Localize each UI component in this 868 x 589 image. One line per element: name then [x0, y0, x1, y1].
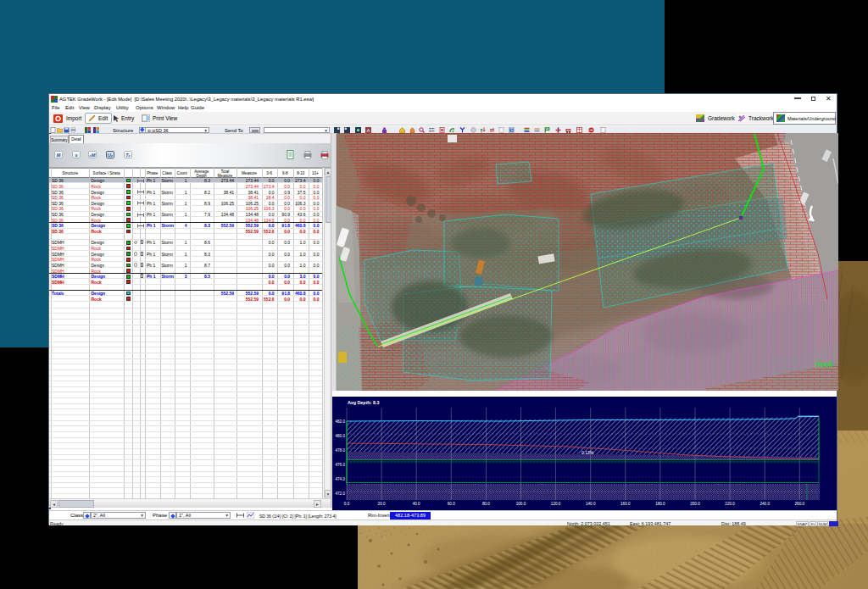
svg-text:240.0: 240.0	[760, 502, 770, 506]
svg-text:0.13%: 0.13%	[581, 450, 594, 455]
svg-text:20.0: 20.0	[378, 502, 386, 506]
svg-text:60.0: 60.0	[448, 502, 455, 506]
svg-text:220.0: 220.0	[725, 502, 735, 506]
svg-text:200.0: 200.0	[690, 502, 700, 506]
svg-text:482.0: 482.0	[336, 420, 346, 424]
svg-text:480.0: 480.0	[336, 434, 346, 438]
svg-text:160.0: 160.0	[620, 502, 631, 506]
svg-text:0.0: 0.0	[344, 502, 350, 506]
svg-text:100.0: 100.0	[516, 502, 526, 506]
svg-text:Avg Depth: 8.3: Avg Depth: 8.3	[348, 400, 380, 405]
svg-text:40.0: 40.0	[413, 502, 420, 506]
svg-text:Rock: Rock	[815, 360, 834, 369]
svg-text:80.0: 80.0	[482, 502, 490, 506]
svg-text:120.0: 120.0	[551, 502, 561, 506]
svg-text:472.0: 472.0	[336, 492, 346, 496]
svg-text:478.0: 478.0	[336, 448, 346, 453]
svg-text:476.0: 476.0	[336, 463, 346, 467]
svg-text:dirt: dirt	[567, 129, 571, 132]
svg-text:140.0: 140.0	[586, 502, 596, 506]
svg-text:S: S	[510, 128, 513, 132]
svg-text:180.0: 180.0	[655, 502, 665, 506]
svg-text:A: A	[366, 127, 370, 132]
svg-text:260.0: 260.0	[795, 502, 805, 506]
svg-text:474.0: 474.0	[336, 477, 346, 481]
